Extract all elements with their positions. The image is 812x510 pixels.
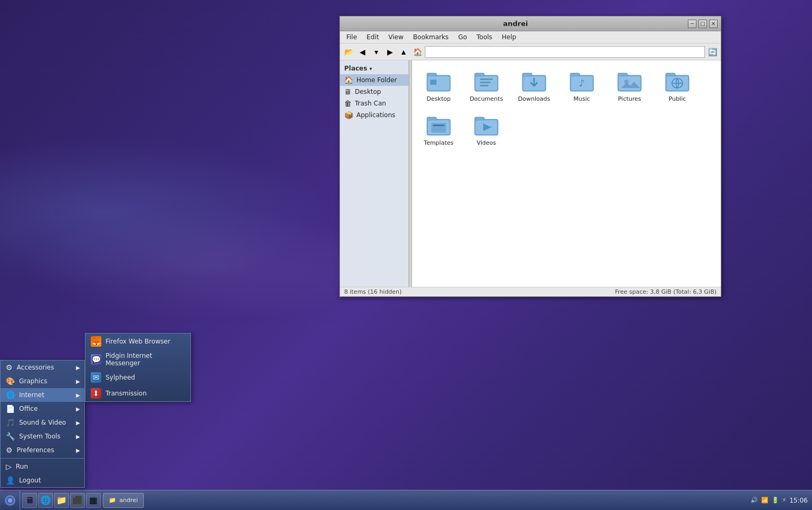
window-titlebar: andrei ─ □ ✕ — [340, 16, 721, 31]
start-menu-item-sound-video[interactable]: 🎵 Sound & Video ▶ — [1, 416, 84, 429]
start-menu-item-logout[interactable]: 👤 Logout — [1, 473, 84, 487]
location-toggle-button[interactable]: 📂 — [342, 46, 355, 58]
folder-documents[interactable]: Documents — [465, 66, 508, 104]
menu-view[interactable]: View — [384, 32, 407, 42]
submenu-item-sylpheed[interactable]: ✉ Sylpheed — [85, 370, 190, 385]
submenu-item-firefox[interactable]: 🦊 Firefox Web Browser — [85, 333, 190, 349]
maximize-button[interactable]: □ — [699, 20, 707, 28]
internet-submenu: 🦊 Firefox Web Browser 💬 Pidgin Internet … — [85, 333, 191, 402]
battery-icon[interactable]: 🔋 — [772, 497, 779, 504]
svg-rect-8 — [480, 82, 491, 83]
start-button[interactable] — [0, 490, 20, 511]
menu-edit[interactable]: Edit — [362, 32, 383, 42]
folder-desktop[interactable]: Desktop — [417, 66, 460, 104]
office-label: Office — [19, 405, 38, 412]
sidebar-item-home[interactable]: 🏠 Home Folder — [340, 74, 408, 86]
start-menu-item-internet[interactable]: 🌐 Internet ▶ — [1, 388, 84, 402]
taskbar-show-desktop-btn[interactable]: 🖥 — [22, 493, 37, 508]
power-icon[interactable]: ⚡ — [782, 497, 787, 504]
folder-videos[interactable]: Videos — [465, 110, 508, 148]
system-tools-arrow-icon: ▶ — [76, 434, 80, 439]
menu-help[interactable]: Help — [497, 32, 520, 42]
logout-label: Logout — [19, 477, 41, 484]
taskbar-workspace-btn[interactable]: ▦ — [86, 493, 101, 508]
start-menu-item-graphics[interactable]: 🎨 Graphics ▶ — [1, 374, 84, 388]
folder-public[interactable]: Public — [656, 66, 699, 104]
accessories-icon: ⚙ — [6, 363, 13, 372]
folder-pictures[interactable]: Pictures — [608, 66, 651, 104]
menu-file[interactable]: File — [342, 32, 361, 42]
sidebar-item-trash[interactable]: 🗑 Trash Can — [340, 98, 408, 109]
folder-public-label: Public — [669, 95, 686, 102]
submenu-item-pidgin[interactable]: 💬 Pidgin Internet Messenger — [85, 349, 190, 370]
sylpheed-icon: ✉ — [91, 372, 101, 383]
svg-rect-31 — [475, 117, 484, 120]
home-button[interactable]: 🏠 — [411, 46, 424, 58]
history-button[interactable]: ▾ — [370, 46, 382, 58]
start-menu-item-run[interactable]: ▷ Run — [1, 460, 84, 473]
taskbar-window-andrei[interactable]: 📁 andrei — [103, 493, 144, 508]
taskbar-files-btn[interactable]: 📁 — [54, 493, 69, 508]
accessories-arrow-icon: ▶ — [76, 365, 80, 371]
svg-rect-5 — [475, 73, 484, 76]
start-menu-item-system-tools[interactable]: 🔧 System Tools ▶ — [1, 429, 84, 443]
svg-text:♪: ♪ — [579, 77, 585, 89]
folder-downloads[interactable]: Downloads — [513, 66, 555, 104]
preferences-label: Preferences — [17, 446, 55, 454]
svg-point-34 — [8, 498, 12, 503]
folder-desktop-icon — [426, 68, 451, 93]
folder-templates[interactable]: Templates — [417, 110, 460, 148]
folder-templates-label: Templates — [424, 139, 453, 146]
forward-button[interactable]: ▶ — [383, 46, 396, 58]
back-button[interactable]: ◀ — [356, 46, 369, 58]
svg-rect-22 — [666, 73, 675, 76]
system-tools-label: System Tools — [19, 433, 60, 440]
home-folder-icon: 🏠 — [344, 76, 353, 84]
folder-pictures-label: Pictures — [618, 95, 641, 102]
file-area: Desktop Documents — [412, 60, 721, 287]
pidgin-label: Pidgin Internet Messenger — [106, 352, 185, 367]
menubar: File Edit View Bookmarks Go Tools Help — [340, 31, 721, 43]
folder-music[interactable]: ♪ Music — [561, 66, 603, 104]
svg-rect-29 — [433, 125, 444, 126]
start-menu-item-office[interactable]: 📄 Office ▶ — [1, 402, 84, 416]
window-title: andrei — [343, 20, 688, 28]
sidebar-item-applications[interactable]: 📦 Applications — [340, 109, 408, 121]
menu-bookmarks[interactable]: Bookmarks — [409, 32, 453, 42]
toolbar: 📂 ◀ ▾ ▶ ▲ 🏠 /home/andrei 🔄 — [340, 43, 721, 60]
address-bar[interactable]: /home/andrei — [425, 46, 705, 58]
refresh-button[interactable]: 🔄 — [706, 46, 719, 58]
preferences-arrow-icon: ▶ — [76, 447, 80, 453]
folder-desktop-label: Desktop — [426, 95, 450, 102]
menu-tools[interactable]: Tools — [473, 32, 497, 42]
submenu-item-transmission[interactable]: ⬇ Transmission — [85, 385, 190, 401]
firefox-label: Firefox Web Browser — [106, 338, 170, 345]
up-button[interactable]: ▲ — [397, 46, 410, 58]
taskbar-terminal-btn[interactable]: ⬛ — [70, 493, 85, 508]
folder-templates-icon — [426, 112, 451, 137]
start-menu-item-preferences[interactable]: ⚙ Preferences ▶ — [1, 443, 84, 457]
close-button[interactable]: ✕ — [709, 20, 718, 28]
network-icon[interactable]: 📶 — [761, 497, 769, 504]
transmission-label: Transmission — [106, 390, 147, 397]
start-menu-item-accessories[interactable]: ⚙ Accessories ▶ — [1, 360, 84, 374]
minimize-button[interactable]: ─ — [688, 20, 696, 28]
places-arrow-icon[interactable]: ▾ — [369, 66, 372, 72]
taskbar-browser-btn[interactable]: 🌐 — [38, 493, 53, 508]
sidebar-item-applications-label: Applications — [356, 111, 395, 119]
transmission-icon: ⬇ — [91, 388, 101, 399]
svg-rect-28 — [431, 123, 446, 133]
applications-icon: 📦 — [344, 111, 353, 119]
menu-go[interactable]: Go — [454, 32, 472, 42]
desktop-icon: 🖥 — [344, 87, 352, 96]
office-icon: 📄 — [6, 405, 15, 413]
run-icon: ▷ — [6, 462, 12, 471]
pidgin-icon: 💬 — [91, 354, 101, 365]
folder-downloads-icon — [521, 68, 547, 93]
folder-documents-label: Documents — [470, 95, 503, 102]
logout-icon: 👤 — [6, 476, 15, 485]
volume-icon[interactable]: 🔊 — [750, 497, 758, 504]
start-menu-divider — [1, 458, 84, 459]
run-label: Run — [16, 463, 28, 470]
sidebar-item-desktop[interactable]: 🖥 Desktop — [340, 86, 408, 98]
